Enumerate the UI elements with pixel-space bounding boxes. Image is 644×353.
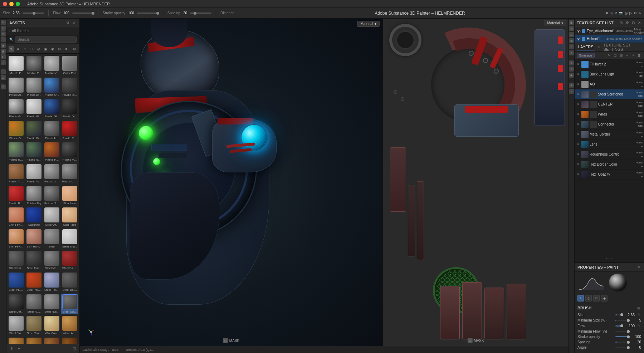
right-tool-5[interactable]: △ [569,44,574,49]
layer-row-11[interactable]: 👁Hex_OpacityNorm– [575,170,644,180]
asset-item-skin-face[interactable]: Skin Face [61,207,78,227]
size-slider[interactable] [23,13,44,14]
prop-minsize-thumb[interactable] [627,319,630,322]
asset-item-plastic-g4[interactable]: Plastic Ro... [26,142,43,162]
prop-minsize-slider[interactable] [615,320,628,321]
asset-item-steel-me[interactable]: Steel Me... [44,250,60,271]
material-dropdown[interactable]: Material ▾ [357,21,380,27]
asset-item-steel-p4[interactable]: Steel Pain... [44,272,60,293]
asset-item-steel-d4[interactable]: Steel Dar... [8,294,25,314]
layer-eye-8[interactable]: 👁 [576,142,580,147]
asset-item-plastic-ar3[interactable]: Plastic Ar... [44,77,60,98]
asset-item-wood-ch[interactable]: Wood Ch... [26,337,43,344]
tool-geometry[interactable]: △ [1,60,6,65]
tool-clone[interactable]: ⊕ [1,31,6,36]
asset-item-steel-p2[interactable]: Steel Pain... [8,272,25,293]
prop-flow-value[interactable]: 100 [624,324,635,328]
prop-size-edit-icon[interactable]: ✎ [637,313,641,317]
asset-item-plastic-b2[interactable]: Plastic Gl... [44,98,60,119]
tool-dropper[interactable]: ⊱ [1,54,6,59]
uv-camera-dropdown[interactable]: Material ▾ [544,20,566,26]
asset-item-plastic-gn[interactable]: Plastic Gr... [26,120,43,141]
asset-item-plastic-og[interactable]: Plastic G... [8,120,25,141]
right-tool-6[interactable]: ⊹ [569,50,574,55]
brush-expand-icon[interactable]: ⊞ [636,305,641,310]
prop-angle-thumb[interactable] [627,346,630,349]
prop-size-thumb[interactable] [620,313,623,316]
asset-item-plastic-g3[interactable]: Plastic Ro... [8,142,25,162]
brush-tool-square[interactable]: □ [593,295,600,301]
prop-flow-slider[interactable] [615,325,622,327]
layer-eye-2[interactable]: 👁 [576,82,580,87]
asset-item-plastic-us1[interactable]: Plastic Us... [44,163,60,184]
asset-item-skin-f[interactable]: Skin Face [61,185,78,206]
toolbar-icon-settings[interactable]: ⚙ [634,11,637,15]
prop-size-value[interactable]: 2.63 [624,313,635,317]
layer-eye-4[interactable]: 👁 [576,102,580,107]
tab-layers[interactable]: LAYERS [577,44,595,50]
asset-item-marble-3[interactable]: Marble V... [44,55,60,76]
brush-tool-paint[interactable]: ✎ [577,295,584,301]
layer-eye-3[interactable]: 👁 [576,92,580,97]
layer-eye-10[interactable]: 👁 [576,162,580,167]
asset-item-wood-ac[interactable]: Wood Ac... [61,315,78,336]
asset-item-steel-rs[interactable]: Steel Rus... [44,294,60,314]
tool-transform[interactable]: ⊹ [1,69,6,74]
prop-minsize-value[interactable]: 5 [630,318,641,322]
assets-bottom-add[interactable]: + [16,346,21,351]
prop-stroke-thumb[interactable] [627,335,630,338]
channel-emissive[interactable]: Emissive [577,53,595,58]
assets-tool-effect[interactable]: ✦ [22,46,28,52]
asset-item-skin-h[interactable]: Skin Hum... [26,229,43,249]
tool-smudge[interactable]: ~ [1,37,6,42]
asset-item-wax-c[interactable]: Wax Can... [44,315,60,336]
tool-blur[interactable]: ◉ [1,43,6,48]
mask-icon[interactable]: □ [223,338,228,343]
prop-size-slider[interactable] [615,314,622,315]
right-tool-3[interactable]: ⊡ [569,32,574,37]
prop-stroke-value[interactable]: 100 [630,335,641,339]
right-tool-1[interactable]: ▣ [569,20,574,25]
layer-row-7[interactable]: 👁Metal BorderNorm– [575,129,644,139]
right-tool-9[interactable]: ◈ [569,73,574,78]
asset-item-steel-p3[interactable]: Steel Pain... [26,272,43,293]
layer-eye-1[interactable]: 👁 [576,72,580,77]
assets-settings-icon[interactable]: ⚙ [65,20,70,25]
channel-icon-3[interactable]: ⊞ [619,53,624,58]
asset-item-plastic-ro[interactable]: Plastic Ro... [8,185,25,206]
assets-tool-env[interactable]: ◉ [50,46,55,52]
asset-item-marble-1[interactable]: Marble F... [8,55,25,76]
assets-tool-grid[interactable]: ⊞ [57,46,62,52]
uv-mask-icon[interactable]: □ [467,338,472,343]
texture-set-view-icon[interactable]: ⊞ [619,20,624,25]
assets-bottom-shelf[interactable]: ◫ [72,346,77,351]
layer-eye-6[interactable]: 👁 [576,122,580,127]
asset-item-plastic-m[interactable]: Plastic M... [61,142,78,162]
asset-item-plastic-th[interactable]: Plastic Th... [8,163,25,184]
asset-item-plastic-us2[interactable]: Plastic Us... [61,163,78,184]
viewport-3d[interactable]: Material ▾ □ MASK [80,19,382,346]
tool-select[interactable]: ⊡ [1,75,6,80]
asset-item-rubber-d[interactable]: Rubber Dry [26,185,43,206]
toolbar-icon-render[interactable]: ▷ [629,11,632,15]
asset-item-plastic-ar1[interactable]: Plastic Ar... [8,77,25,98]
toolbar-icon-env[interactable]: ◎ [625,11,628,15]
channel-icon-4[interactable]: → [625,53,630,58]
assets-tool-filter[interactable]: ⊡ [29,46,35,52]
layer-more-items[interactable]: ··· [575,255,644,263]
right-tool-10[interactable]: ⊕ [569,83,574,88]
assets-tool-texture[interactable]: ▣ [43,46,48,52]
prop-angle-slider[interactable] [615,347,628,348]
assets-tool-material[interactable]: ◈ [15,46,21,52]
asset-item-skin-fe2[interactable]: Skin Feve... [8,229,25,249]
asset-item-plastic-to[interactable]: Plastic To... [26,163,43,184]
asset-item-steel-b[interactable]: Steel Brig... [61,229,78,249]
layer-row-3[interactable]: 👁Steel ScratchedNorm100 [575,89,644,99]
prop-spacing-slider[interactable] [615,342,628,343]
asset-item-wood-sh2[interactable]: Wood Shi... [61,337,78,344]
asset-item-wood-be[interactable]: Wood Be... [8,337,25,344]
breadcrumb-text[interactable]: All libraries [12,29,29,33]
flow-value[interactable]: 100 [63,11,69,15]
assets-close-icon[interactable]: ✕ [72,20,77,25]
layer-row-0[interactable]: 👁Fill layer 2Norm– [575,59,644,69]
